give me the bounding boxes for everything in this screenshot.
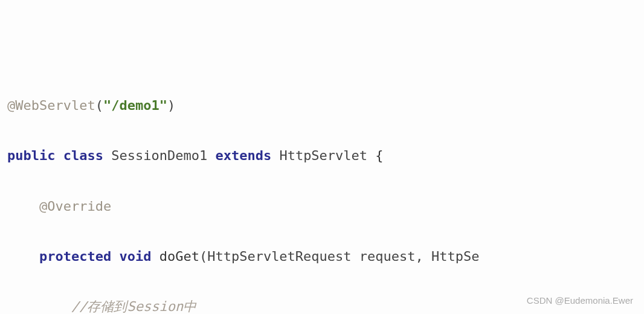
brace-open: { bbox=[375, 145, 383, 166]
annotation-webservlet: @WebServlet bbox=[7, 95, 95, 116]
keyword-class: class bbox=[63, 145, 103, 166]
annotation-override: @Override bbox=[39, 196, 111, 217]
paren-close: ) bbox=[167, 95, 175, 116]
code-line-3: @Override bbox=[7, 191, 637, 220]
string-url: "/demo1" bbox=[103, 95, 167, 116]
paren-open: ( bbox=[95, 95, 103, 116]
code-line-1: @WebServlet("/demo1") bbox=[7, 91, 637, 120]
classname: SessionDemo1 bbox=[111, 145, 207, 166]
keyword-extends: extends bbox=[215, 145, 271, 166]
method-doget: doGet bbox=[159, 246, 199, 267]
code-line-4: protected void doGet(HttpServletRequest … bbox=[7, 242, 637, 271]
keyword-public: public bbox=[7, 145, 55, 166]
supertype: HttpServlet bbox=[279, 145, 367, 166]
watermark: CSDN @Eudemonia.Ewer bbox=[527, 293, 633, 308]
method-params: (HttpServletRequest request, HttpSe bbox=[199, 246, 480, 267]
comment-store: //存储到Session中 bbox=[71, 296, 196, 314]
code-line-2: public class SessionDemo1 extends HttpSe… bbox=[7, 141, 637, 170]
keyword-void: void bbox=[119, 246, 151, 267]
keyword-protected: protected bbox=[39, 246, 111, 267]
